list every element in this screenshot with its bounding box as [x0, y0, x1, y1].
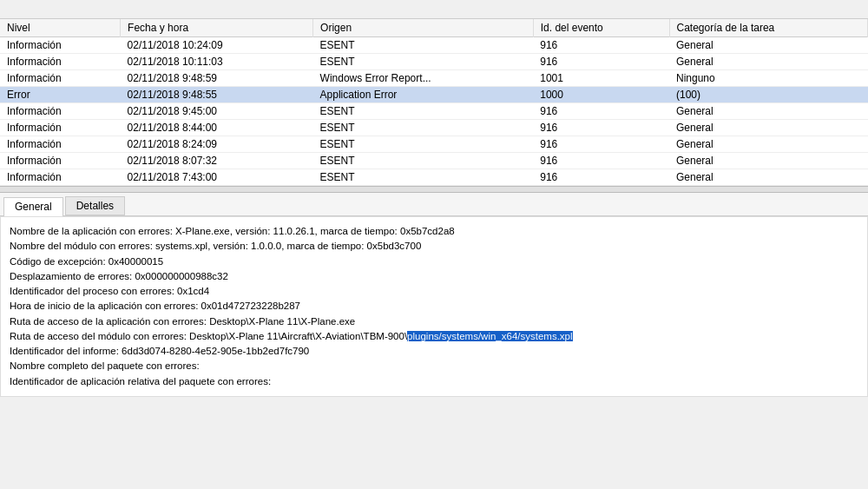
detail-line: Identificador del proceso con errores: 0…	[10, 284, 858, 299]
tab-bar: General Detalles	[0, 193, 868, 216]
detail-line: Identificador de aplicación relativa del…	[10, 374, 858, 389]
table-row[interactable]: Información02/11/2018 8:07:32ESENT916Gen…	[0, 153, 868, 169]
table-row[interactable]: Información02/11/2018 8:24:09ESENT916Gen…	[0, 136, 868, 153]
detail-line: Hora de inicio de la aplicación con erro…	[10, 299, 858, 314]
tab-general[interactable]: General	[3, 197, 63, 216]
detail-line: Ruta de acceso del módulo con errores: D…	[10, 329, 858, 344]
detail-content: Nombre de la aplicación con errores: X-P…	[0, 216, 868, 397]
top-bar	[0, 0, 868, 19]
detail-line: Identificador del informe: 6dd3d074-8280…	[10, 344, 858, 359]
detail-line: Nombre del módulo con errores: systems.x…	[10, 239, 858, 254]
detail-line: Desplazamiento de errores: 0x00000000098…	[10, 269, 858, 284]
col-nivel[interactable]: Nivel	[0, 19, 121, 37]
table-row[interactable]: Información02/11/2018 10:24:09ESENT916Ge…	[0, 37, 868, 54]
table-row[interactable]: Información02/11/2018 9:48:59Windows Err…	[0, 70, 868, 87]
table-header-row: Nivel Fecha y hora Origen Id. del evento…	[0, 19, 868, 37]
event-table-section: Nivel Fecha y hora Origen Id. del evento…	[0, 19, 868, 186]
detail-line: Ruta de acceso de la aplicación con erro…	[10, 314, 858, 329]
col-id[interactable]: Id. del evento	[533, 19, 669, 37]
event-table: Nivel Fecha y hora Origen Id. del evento…	[0, 19, 868, 186]
table-row[interactable]: Error02/11/2018 9:48:55Application Error…	[0, 87, 868, 103]
table-row[interactable]: Información02/11/2018 10:11:03ESENT916Ge…	[0, 54, 868, 70]
detail-line: Nombre de la aplicación con errores: X-P…	[10, 224, 858, 239]
table-row[interactable]: Información02/11/2018 8:44:00ESENT916Gen…	[0, 120, 868, 136]
detail-line: Nombre completo del paquete con errores:	[10, 359, 858, 373]
tab-detalles[interactable]: Detalles	[65, 196, 125, 215]
col-fecha[interactable]: Fecha y hora	[121, 19, 313, 37]
section-divider	[0, 186, 868, 193]
col-categoria[interactable]: Categoría de la tarea	[669, 19, 868, 37]
col-origen[interactable]: Origen	[313, 19, 534, 37]
detail-panel: General Detalles Nombre de la aplicación…	[0, 193, 868, 397]
table-row[interactable]: Información02/11/2018 9:45:00ESENT916Gen…	[0, 103, 868, 120]
highlighted-path: plugins/systems/win_x64/systems.xpl	[407, 331, 572, 341]
table-row[interactable]: Información02/11/2018 7:43:00ESENT916Gen…	[0, 169, 868, 186]
detail-line: Código de excepción: 0x40000015	[10, 254, 858, 269]
